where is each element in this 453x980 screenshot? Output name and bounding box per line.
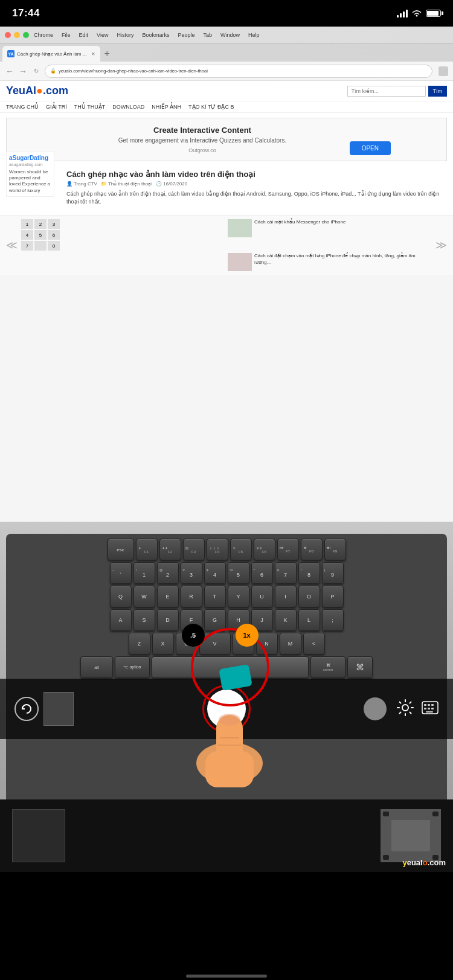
related-more: lượng... bbox=[254, 260, 416, 265]
key-k[interactable]: K bbox=[275, 609, 297, 631]
menu-window[interactable]: Window bbox=[220, 32, 240, 38]
forward-btn[interactable]: → bbox=[18, 66, 28, 76]
keyboard-toggle-btn[interactable] bbox=[422, 701, 439, 717]
home-indicator bbox=[186, 975, 267, 978]
key-f9[interactable]: ⏭ F9 bbox=[324, 539, 346, 560]
key-d[interactable]: D bbox=[157, 609, 179, 631]
key-f2[interactable]: ✦✦ F2 bbox=[159, 539, 181, 560]
key-p[interactable]: P bbox=[322, 586, 344, 607]
key-f7[interactable]: ⏮ F7 bbox=[277, 539, 299, 560]
extension-icon bbox=[439, 66, 448, 76]
nav-giaitri[interactable]: GIẢI TRÍ bbox=[46, 104, 67, 110]
camera-settings-btn[interactable] bbox=[396, 699, 414, 719]
address-bar[interactable]: 🔒 yeualo.com/view/huong-dan-ghep-nhac-va… bbox=[45, 65, 432, 78]
menu-edit[interactable]: Edit bbox=[79, 32, 89, 38]
laptop-screen: Chrome File Edit View History Bookmarks … bbox=[0, 27, 453, 522]
menu-tab[interactable]: Tab bbox=[203, 32, 212, 38]
key-1[interactable]: ! 1 bbox=[133, 562, 155, 584]
key-7[interactable]: & 7 bbox=[275, 562, 297, 584]
ad-open-btn[interactable]: OPEN bbox=[350, 141, 391, 155]
menu-file[interactable]: File bbox=[62, 32, 71, 38]
nav-nhiepаnh[interactable]: NHIẾP ẢNH bbox=[152, 104, 181, 110]
key-q[interactable]: Q bbox=[110, 586, 132, 607]
key-z[interactable]: Z bbox=[129, 633, 150, 655]
key-u[interactable]: U bbox=[251, 586, 273, 607]
search-bar: Tìm bbox=[347, 86, 448, 97]
search-button[interactable]: Tìm bbox=[428, 86, 448, 97]
key-t[interactable]: T bbox=[204, 586, 226, 607]
chrome-tabbar: YA Cách ghép Nhạc vào Ảnh làm ... ✕ + bbox=[0, 43, 453, 62]
nav-arrow-right[interactable]: ≫ bbox=[435, 239, 447, 252]
key-e[interactable]: E bbox=[157, 586, 179, 607]
browser-tab-active[interactable]: YA Cách ghép Nhạc vào Ảnh làm ... ✕ bbox=[2, 46, 100, 62]
key-command-right[interactable]: ⌘ comm bbox=[310, 656, 345, 678]
key-m[interactable]: M bbox=[280, 633, 301, 655]
key-o[interactable]: O bbox=[298, 586, 320, 607]
search-input[interactable] bbox=[347, 86, 426, 97]
key-r[interactable]: R bbox=[181, 586, 202, 607]
nav-download[interactable]: DOWNLOAD bbox=[112, 104, 144, 110]
camera-mode-thumb[interactable] bbox=[364, 697, 387, 720]
key-2[interactable]: @ 2 bbox=[157, 562, 179, 584]
menu-people[interactable]: People bbox=[178, 32, 194, 38]
maximize-button[interactable] bbox=[23, 32, 29, 38]
key-a[interactable]: A bbox=[110, 609, 132, 631]
key-w[interactable]: W bbox=[133, 586, 155, 607]
article-meta: 👤 Trang CTV 📁 Thủ thuật điện thoại 🕐 16/… bbox=[66, 181, 447, 187]
new-tab-btn[interactable]: + bbox=[100, 46, 113, 62]
nav-trangchu[interactable]: TRANG CHỦ bbox=[6, 104, 39, 110]
key-i[interactable]: I bbox=[275, 586, 297, 607]
key-4[interactable]: $ 4 bbox=[204, 562, 226, 584]
key-alt[interactable]: alt bbox=[80, 656, 113, 678]
signal-icon bbox=[397, 9, 408, 18]
tab-close-btn[interactable]: ✕ bbox=[91, 51, 95, 57]
menu-bookmarks[interactable]: Bookmarks bbox=[142, 32, 169, 38]
key-comma[interactable]: < bbox=[303, 633, 325, 655]
logo-text: YeuAl bbox=[6, 85, 36, 97]
key-f5[interactable]: ☀ F5 bbox=[230, 539, 252, 560]
refresh-btn[interactable]: ↻ bbox=[31, 68, 41, 74]
filmstrip-thumb-right[interactable] bbox=[381, 809, 441, 862]
minimize-button[interactable] bbox=[14, 32, 20, 38]
zoom-half-badge[interactable]: .5 bbox=[182, 624, 205, 647]
key-s[interactable]: S bbox=[133, 609, 155, 631]
close-button[interactable] bbox=[5, 32, 11, 38]
zoom-one-badge[interactable]: 1x bbox=[236, 624, 259, 647]
key-tilde[interactable]: ~ ` bbox=[110, 562, 132, 584]
nav-arrow-left[interactable]: ≪ bbox=[6, 239, 18, 252]
key-5[interactable]: % 5 bbox=[228, 562, 249, 584]
menu-chrome[interactable]: Chrome bbox=[34, 32, 53, 38]
menu-view[interactable]: View bbox=[97, 32, 108, 38]
key-f3[interactable]: ⊞ F3 bbox=[183, 539, 205, 560]
tab-favicon: YA bbox=[7, 50, 14, 57]
key-semicolon[interactable]: ; bbox=[322, 609, 344, 631]
key-f8[interactable]: ⏯ F8 bbox=[301, 539, 323, 560]
logo-dot: ● bbox=[36, 85, 43, 97]
camera-flip-btn[interactable] bbox=[14, 697, 39, 721]
article-desc: Cách ghép nhạc vào ảnh trên điện thoại, … bbox=[66, 190, 447, 205]
nav-taoky[interactable]: TẠO KÍ TỰ ĐẶC B bbox=[188, 104, 234, 110]
key-8[interactable]: * 8 bbox=[298, 562, 320, 584]
key-l[interactable]: L bbox=[298, 609, 320, 631]
key-y[interactable]: Y bbox=[228, 586, 249, 607]
site-nav: TRANG CHỦ GIẢI TRÍ THỦ THUẬT DOWNLOAD NH… bbox=[0, 101, 453, 113]
key-f1[interactable]: ✦ F1 bbox=[136, 539, 158, 560]
key-x[interactable]: X bbox=[152, 633, 174, 655]
nav-thuthuat[interactable]: THỦ THUẬT bbox=[74, 104, 105, 110]
key-esc[interactable]: esc bbox=[108, 539, 134, 560]
watermark-rest: eual bbox=[407, 858, 423, 867]
filmstrip-thumb-left[interactable] bbox=[12, 809, 65, 862]
camera-last-photo-thumb[interactable] bbox=[43, 692, 74, 726]
key-g[interactable]: G bbox=[204, 609, 226, 631]
key-option[interactable]: ⌥ option bbox=[115, 656, 150, 678]
ad-title: Create Interactive Content bbox=[14, 126, 391, 135]
menu-history[interactable]: History bbox=[117, 32, 133, 38]
menu-help[interactable]: Help bbox=[248, 32, 260, 38]
back-btn[interactable]: ← bbox=[5, 66, 14, 76]
key-cmd-icon[interactable]: ⌘ bbox=[347, 656, 373, 678]
key-9[interactable]: ( 9 bbox=[322, 562, 344, 584]
key-f6[interactable]: ☀☀ F6 bbox=[254, 539, 275, 560]
key-3[interactable]: # 3 bbox=[181, 562, 202, 584]
key-f4[interactable]: ⋮⋮⋮ F4 bbox=[207, 539, 228, 560]
key-6[interactable]: ^ 6 bbox=[251, 562, 273, 584]
